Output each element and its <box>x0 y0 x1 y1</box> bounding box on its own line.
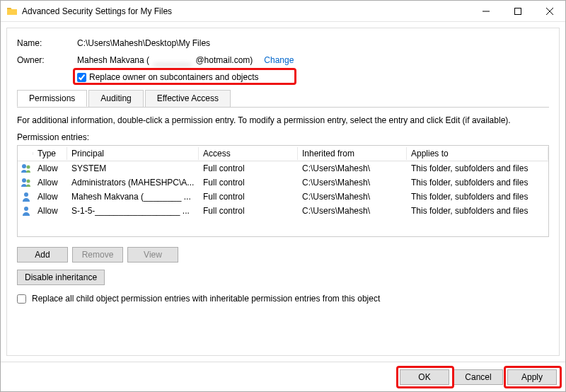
add-button[interactable]: Add <box>17 247 68 263</box>
col-principal[interactable]: Principal <box>67 147 199 160</box>
table-row[interactable]: AllowMahesh Makvana (________ ...Full co… <box>18 190 548 204</box>
owner-label: Owner: <box>17 55 77 65</box>
col-access[interactable]: Access <box>199 147 298 160</box>
svg-point-1 <box>22 164 26 168</box>
table-header: Type Principal Access Inherited from App… <box>18 146 548 161</box>
users-icon <box>18 175 33 190</box>
cell-principal: S-1-5-__________________ ... <box>67 204 199 217</box>
cell-principal: Administrators (MAHESHPC\A... <box>67 176 199 189</box>
cell-principal: Mahesh Makvana (________ ... <box>67 190 199 203</box>
tabs: Permissions Auditing Effective Access <box>17 90 549 108</box>
col-type[interactable]: Type <box>33 147 67 160</box>
info-text: For additional information, double-click… <box>17 115 549 125</box>
cell-type: Allow <box>33 190 67 203</box>
remove-button[interactable]: Remove <box>72 247 123 263</box>
svg-point-5 <box>24 192 28 197</box>
owner-value-blur: ________ <box>154 55 191 65</box>
replace-owner-label: Replace owner on subcontainers and objec… <box>89 72 258 82</box>
tab-effective-access[interactable]: Effective Access <box>145 90 231 107</box>
svg-rect-0 <box>514 8 521 14</box>
maximize-button[interactable] <box>502 1 533 22</box>
replace-all-checkbox[interactable] <box>17 294 26 304</box>
close-button[interactable] <box>533 1 565 22</box>
dialog-footer: OK Cancel Apply <box>1 362 565 391</box>
name-label: Name: <box>17 38 77 48</box>
users-icon <box>18 161 33 175</box>
cell-inherited: C:\Users\Mahesh\ <box>298 162 407 175</box>
table-row[interactable]: AllowS-1-5-__________________ ...Full co… <box>18 204 548 218</box>
col-applies[interactable]: Applies to <box>407 147 548 160</box>
user-icon <box>18 204 33 218</box>
window-title: Advanced Security Settings for My Files <box>22 6 172 16</box>
cell-inherited: C:\Users\Mahesh\ <box>298 176 407 189</box>
minimize-button[interactable] <box>470 1 502 22</box>
entries-label: Permission entries: <box>17 132 549 142</box>
cell-inherited: C:\Users\Mahesh\ <box>298 190 407 203</box>
cell-applies: This folder, subfolders and files <box>407 162 548 175</box>
cell-access: Full control <box>199 176 298 189</box>
replace-all-label: Replace all child object permission entr… <box>32 294 380 304</box>
change-owner-link[interactable]: Change <box>264 55 294 65</box>
cell-access: Full control <box>199 162 298 175</box>
cell-applies: This folder, subfolders and files <box>407 176 548 189</box>
permission-table: Type Principal Access Inherited from App… <box>17 145 549 237</box>
folder-icon <box>6 6 18 17</box>
cell-type: Allow <box>33 176 67 189</box>
cell-access: Full control <box>199 190 298 203</box>
cell-principal: SYSTEM <box>67 162 199 175</box>
disable-inheritance-button[interactable]: Disable inheritance <box>17 270 105 285</box>
col-inherited[interactable]: Inherited from <box>298 147 407 160</box>
tab-permissions[interactable]: Permissions <box>17 90 87 107</box>
owner-value-suffix: @hotmail.com) <box>195 55 253 65</box>
tab-auditing[interactable]: Auditing <box>88 90 143 107</box>
cancel-button[interactable]: Cancel <box>454 369 503 385</box>
cell-access: Full control <box>199 204 298 217</box>
cell-applies: This folder, subfolders and files <box>407 204 548 217</box>
svg-point-2 <box>27 166 30 169</box>
view-button[interactable]: View <box>127 247 178 263</box>
name-value: C:\Users\Mahesh\Desktop\My Files <box>77 38 210 48</box>
cell-type: Allow <box>33 162 67 175</box>
table-row[interactable]: AllowAdministrators (MAHESHPC\A...Full c… <box>18 175 548 190</box>
security-settings-window: Advanced Security Settings for My Files … <box>0 0 566 392</box>
titlebar: Advanced Security Settings for My Files <box>1 1 565 22</box>
svg-point-3 <box>22 178 26 183</box>
table-row[interactable]: AllowSYSTEMFull controlC:\Users\Mahesh\T… <box>18 161 548 175</box>
owner-value-prefix: Mahesh Makvana ( <box>77 55 149 65</box>
cell-type: Allow <box>33 204 67 217</box>
cell-inherited: C:\Users\Mahesh\ <box>298 204 407 217</box>
svg-point-4 <box>27 180 30 183</box>
apply-button[interactable]: Apply <box>507 369 557 385</box>
svg-point-6 <box>24 207 28 211</box>
cell-applies: This folder, subfolders and files <box>407 190 548 203</box>
user-icon <box>18 190 33 204</box>
ok-button[interactable]: OK <box>400 369 449 385</box>
replace-owner-checkbox[interactable] <box>77 73 86 82</box>
